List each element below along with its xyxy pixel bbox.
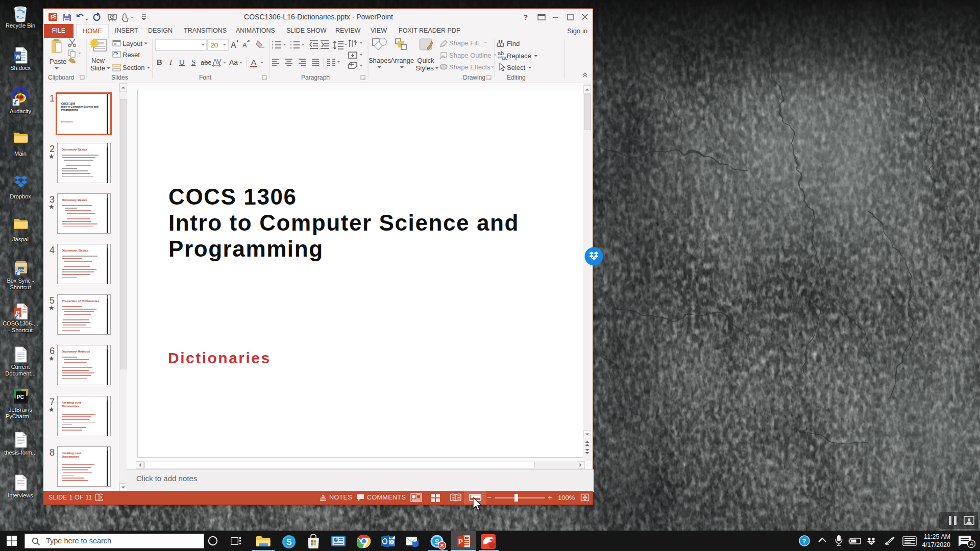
svg-text:Aa: Aa bbox=[229, 58, 238, 66]
svg-text:S: S bbox=[191, 58, 195, 66]
svg-text:abc: abc bbox=[201, 59, 211, 66]
svg-text:Font: Font bbox=[199, 74, 212, 81]
svg-text:Shape Outline: Shape Outline bbox=[449, 52, 491, 59]
svg-text:Replace: Replace bbox=[507, 52, 531, 60]
svg-text:Shape Fill: Shape Fill bbox=[449, 39, 479, 47]
svg-text:Shapes: Shapes bbox=[369, 57, 391, 64]
svg-text:Clipboard: Clipboard bbox=[48, 74, 74, 81]
svg-text:Shape Effects: Shape Effects bbox=[449, 63, 491, 71]
svg-text:Find: Find bbox=[507, 40, 520, 47]
svg-text:Paste: Paste bbox=[50, 58, 66, 65]
svg-text:New: New bbox=[91, 57, 105, 64]
svg-text:Reset: Reset bbox=[122, 51, 140, 59]
svg-text:Arrange: Arrange bbox=[390, 57, 414, 64]
svg-text:PC: PC bbox=[17, 394, 24, 400]
svg-text:P: P bbox=[458, 538, 463, 545]
svg-text:Slides: Slides bbox=[111, 74, 128, 81]
svg-text:B: B bbox=[157, 58, 162, 66]
svg-text:I: I bbox=[169, 58, 173, 66]
svg-text:?: ? bbox=[802, 537, 806, 545]
svg-text:Slide: Slide bbox=[90, 64, 105, 72]
svg-text:AV: AV bbox=[213, 58, 222, 65]
svg-text:20: 20 bbox=[210, 41, 218, 49]
svg-text:A: A bbox=[242, 41, 247, 49]
svg-text:Quick: Quick bbox=[417, 57, 434, 64]
svg-text:Select: Select bbox=[507, 64, 526, 71]
svg-text:A: A bbox=[231, 41, 236, 49]
svg-text:A: A bbox=[251, 58, 256, 66]
svg-text:4: 4 bbox=[970, 541, 973, 547]
svg-text:Layout: Layout bbox=[122, 40, 142, 47]
svg-text:Paragraph: Paragraph bbox=[301, 74, 330, 81]
svg-text:S: S bbox=[286, 538, 292, 546]
svg-text:Editing: Editing bbox=[507, 74, 526, 81]
svg-text:Styles: Styles bbox=[415, 64, 434, 72]
svg-text:A: A bbox=[354, 39, 357, 44]
svg-text:Drawing: Drawing bbox=[463, 74, 485, 81]
svg-text:Section: Section bbox=[122, 64, 144, 71]
svg-text:U: U bbox=[179, 58, 185, 66]
svg-text:?: ? bbox=[523, 13, 528, 21]
svg-text:W: W bbox=[15, 54, 21, 60]
svg-text:x: x bbox=[100, 495, 103, 499]
